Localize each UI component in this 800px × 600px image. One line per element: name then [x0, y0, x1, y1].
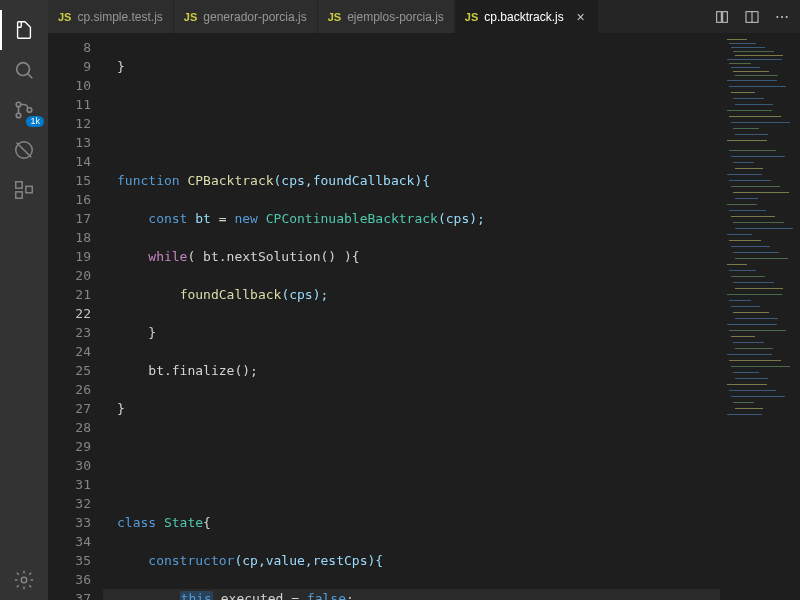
svg-rect-8	[26, 186, 32, 192]
svg-point-0	[17, 63, 30, 76]
tab-label: ejemplos-porcia.js	[347, 10, 444, 24]
editor-tab-active[interactable]: JS cp.backtrack.js ×	[455, 0, 599, 33]
scm-badge: 1k	[26, 116, 44, 127]
js-file-icon: JS	[465, 11, 478, 23]
source-control-icon[interactable]: 1k	[0, 90, 48, 130]
extensions-icon[interactable]	[0, 170, 48, 210]
tab-label: cp.backtrack.js	[484, 10, 563, 24]
settings-gear-icon[interactable]	[0, 560, 48, 600]
editor-body: 8910111213141516171819202122232425262728…	[48, 34, 800, 600]
line-number-gutter: 8910111213141516171819202122232425262728…	[48, 34, 103, 600]
js-file-icon: JS	[184, 11, 197, 23]
close-icon[interactable]: ×	[574, 9, 588, 25]
editor-tab[interactable]: JS ejemplos-porcia.js	[318, 0, 455, 33]
svg-point-9	[21, 577, 27, 583]
svg-rect-11	[723, 11, 728, 22]
files-explorer-icon[interactable]	[0, 10, 48, 50]
tab-label: cp.simple.test.js	[77, 10, 162, 24]
svg-point-4	[27, 108, 32, 113]
activity-bar: 1k	[0, 0, 48, 600]
svg-point-16	[786, 15, 788, 17]
editor-tab[interactable]: JS generador-porcia.js	[174, 0, 318, 33]
svg-point-2	[16, 102, 21, 107]
debug-icon[interactable]	[0, 130, 48, 170]
js-file-icon: JS	[58, 11, 71, 23]
search-icon[interactable]	[0, 50, 48, 90]
tab-bar: JS cp.simple.test.js JS generador-porcia…	[48, 0, 800, 34]
compare-icon[interactable]	[714, 9, 730, 25]
minimap[interactable]	[720, 34, 800, 600]
more-icon[interactable]	[774, 9, 790, 25]
split-editor-icon[interactable]	[744, 9, 760, 25]
editor-area: JS cp.simple.test.js JS generador-porcia…	[48, 0, 800, 600]
code-editor[interactable]: } function CPBacktrack(cps,foundCallback…	[103, 34, 720, 600]
svg-line-1	[28, 74, 32, 78]
tab-actions	[704, 0, 800, 33]
svg-rect-7	[16, 192, 22, 198]
svg-point-3	[16, 113, 21, 118]
svg-point-15	[781, 15, 783, 17]
svg-rect-6	[16, 182, 22, 188]
svg-rect-10	[717, 11, 722, 22]
tab-label: generador-porcia.js	[203, 10, 306, 24]
svg-point-14	[776, 15, 778, 17]
js-file-icon: JS	[328, 11, 341, 23]
editor-tab[interactable]: JS cp.simple.test.js	[48, 0, 174, 33]
